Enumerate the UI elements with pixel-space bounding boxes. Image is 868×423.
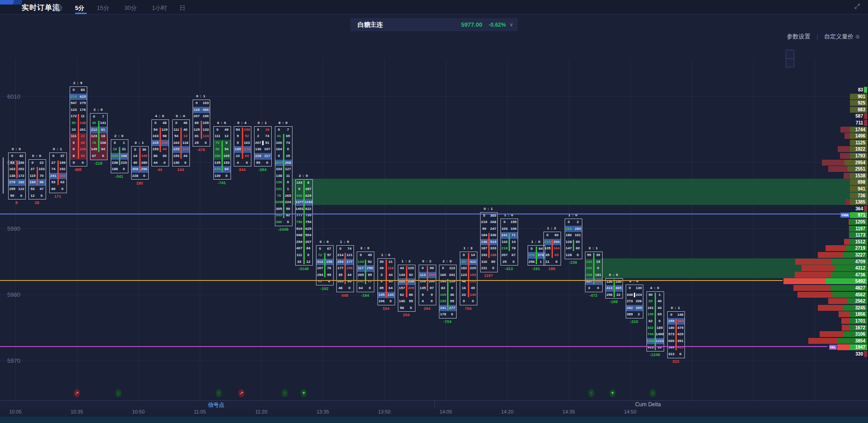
custom-volume-price-button[interactable]: 自定义量价 xyxy=(824,33,854,40)
gridline-horizontal xyxy=(0,361,868,361)
volume-profile-row: 5492 xyxy=(0,278,868,284)
volume-profile-row: 2719 xyxy=(0,245,868,251)
volume-profile-row: 1385 xyxy=(0,199,868,205)
volume-profile-row: 1197 xyxy=(0,226,868,232)
volume-profile-row: 1947VAL xyxy=(0,344,868,350)
volume-profile-row: 1125 xyxy=(0,140,868,146)
profile-volume-value: 4736 xyxy=(829,272,865,278)
signal-icon: ▼ xyxy=(301,389,307,397)
profile-volume-value: 1496 xyxy=(829,133,865,139)
volume-profile-row: 1672 xyxy=(0,325,868,331)
x-axis-label: 10:05 xyxy=(9,409,22,414)
y-axis-label: 5970 xyxy=(7,357,20,364)
profile-volume-value: 1744 xyxy=(829,127,865,133)
gear-icon[interactable]: ⊙ xyxy=(855,33,860,40)
signal-icon: ↑ xyxy=(216,389,222,397)
profile-bar-segment xyxy=(864,120,867,126)
x-axis-label: 14:35 xyxy=(562,409,575,414)
profile-volume-value: 3245 xyxy=(829,305,865,311)
tab-日[interactable]: 日 xyxy=(179,4,185,12)
vwap-badge: VWA xyxy=(840,213,849,218)
volume-profile-row: 1496 xyxy=(0,133,868,139)
bottom-label-strip xyxy=(0,400,868,409)
tab-1分[interactable]: 1分 xyxy=(53,4,62,12)
pane-divider xyxy=(434,400,435,408)
signal-icon: ↗ xyxy=(74,389,80,397)
volume-profile-row: 83 xyxy=(0,87,868,93)
profile-volume-value: 4312 xyxy=(829,265,865,271)
signal-icon: ↑ xyxy=(588,389,594,397)
profile-volume-value: 2954 xyxy=(829,160,865,166)
instrument-selector[interactable]: 白糖主连 5977.00 -0.62% ∨ xyxy=(350,18,518,31)
profile-volume-value: 901 xyxy=(829,94,865,100)
signal-icon: ↑ xyxy=(650,389,656,397)
profile-volume-value: 3106 xyxy=(829,331,865,337)
profile-volume-value: 898 xyxy=(829,179,865,185)
profile-volume-value: 883 xyxy=(829,107,865,113)
volume-profile-row: 1701 xyxy=(0,318,868,324)
collapse-icon[interactable]: ⤢ xyxy=(854,2,860,10)
volume-profile-row: 898 xyxy=(0,179,868,185)
volume-profile-row: 1512 xyxy=(0,239,868,245)
profile-volume-value: 1173 xyxy=(829,232,865,238)
volume-profile-row: 736 xyxy=(0,193,868,199)
candle-delta: 323 xyxy=(660,359,692,364)
volume-profile-row: 1793 xyxy=(0,153,868,159)
expand-panel-button[interactable] xyxy=(786,50,794,59)
signal-icon: ↓ xyxy=(115,389,122,397)
instrument-change: -0.62% xyxy=(489,22,506,28)
volume-profile-row: 330 xyxy=(0,351,868,357)
chart-toolbar: 参数设置 | 自定义量价 ⊙ xyxy=(787,33,860,41)
profile-volume-value: 1672 xyxy=(829,325,865,331)
profile-volume-value: 1197 xyxy=(829,226,865,232)
x-axis-label: 10:50 xyxy=(132,409,145,414)
profile-bar-segment xyxy=(797,292,832,298)
chevron-down-icon: ∨ xyxy=(509,22,513,28)
volume-profile-row: 1856 xyxy=(0,311,868,317)
toolbar-divider: | xyxy=(816,33,818,40)
profile-bar-segment xyxy=(864,87,867,93)
volume-profile-row: 364 xyxy=(0,206,868,212)
volume-profile-row: 4312 xyxy=(0,265,868,271)
panel-help-button[interactable] xyxy=(786,58,794,67)
instrument-price: 5977.00 xyxy=(461,21,482,28)
footprint-chart[interactable]: 601060005990598059700 : 0042532361632021… xyxy=(0,0,868,423)
volume-profile-row: 971VWA xyxy=(0,212,868,218)
profile-volume-value: 1512 xyxy=(829,239,865,245)
volume-profile-row: 883 xyxy=(0,107,868,113)
val-badge: VAL xyxy=(829,345,837,350)
profile-volume-value: 4562 xyxy=(829,292,865,298)
profile-volume-value: 3227 xyxy=(829,252,865,258)
profile-volume-value: 1793 xyxy=(829,153,865,159)
signal-icon: ↗ xyxy=(238,389,245,397)
settings-button[interactable]: 参数设置 xyxy=(787,33,810,40)
x-axis-label: 11:05 xyxy=(194,409,206,414)
bottom-bar xyxy=(0,417,868,423)
tab-30分[interactable]: 30分 xyxy=(124,4,137,12)
volume-profile-row: 1205 xyxy=(0,219,868,225)
profile-volume-value: 4709 xyxy=(829,259,865,265)
tab-1小时[interactable]: 1小时 xyxy=(152,4,167,12)
volume-profile-row: 1744 xyxy=(0,127,868,133)
volume-profile-row: 4827 xyxy=(0,285,868,291)
signal-pane-label: 信号点 xyxy=(208,401,224,409)
profile-volume-value: 1385 xyxy=(829,199,865,205)
volume-profile-row: 711 xyxy=(0,120,868,126)
candle-imbalance-header: 2 : 5 xyxy=(65,81,92,85)
tab-15分[interactable]: 15分 xyxy=(97,4,109,12)
profile-bar-segment xyxy=(864,113,867,119)
volume-profile-row: 4709 xyxy=(0,259,868,265)
volume-profile-row: 1538 xyxy=(0,173,868,179)
profile-volume-value: 941 xyxy=(829,186,865,192)
profile-volume-value: 83 xyxy=(836,87,863,93)
profile-bar-segment xyxy=(783,278,826,284)
profile-volume-value: 1922 xyxy=(829,146,865,152)
top-bar: 实时订单流 ? 1分5分15分30分1小时日 ⤢ xyxy=(0,0,868,14)
cumdelta-pane-label: Cum Delta xyxy=(635,401,661,408)
x-axis-label: 10:35 xyxy=(71,409,83,414)
profile-volume-value: 1856 xyxy=(829,311,865,317)
volume-profile-row: 4736 xyxy=(0,272,868,278)
profile-bar-segment xyxy=(793,285,830,291)
x-axis-label: 14:50 xyxy=(624,409,637,414)
tab-5分[interactable]: 5分 xyxy=(75,4,84,12)
